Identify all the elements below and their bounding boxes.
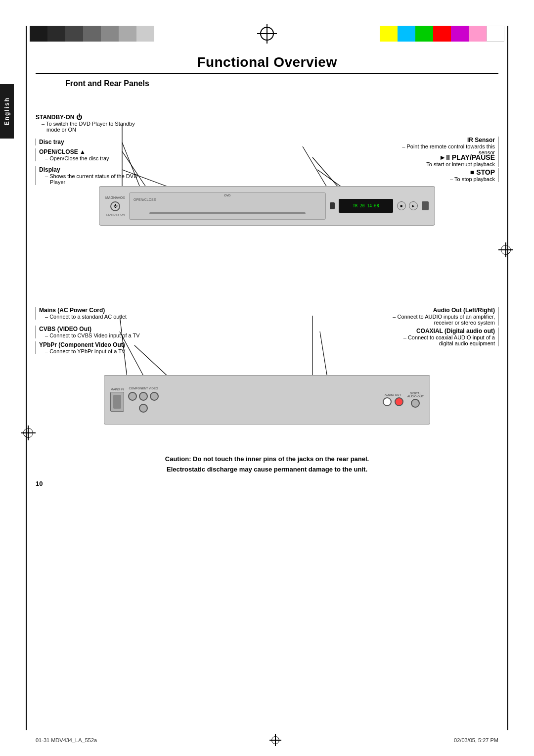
coaxial-desc2: digital audio equipment <box>403 340 495 346</box>
page-title: Functional Overview <box>36 54 498 70</box>
ir-sensor-label: IR Sensor – Point the remote control tow… <box>402 137 498 155</box>
port-pb <box>139 392 148 401</box>
color-block-4 <box>83 26 101 42</box>
disc-tray-bold: Disc tray <box>39 139 64 145</box>
display-desc2: Player <box>50 179 137 185</box>
play-pause-desc: – To start or interrupt playback <box>422 161 495 167</box>
section-header: Front and Rear Panels <box>65 79 498 88</box>
dvd-play-btn: ► <box>409 201 418 210</box>
dvd-open-close-label: OPEN/CLOSE <box>134 198 156 201</box>
svg-line-11 <box>320 331 327 378</box>
color-block-3 <box>65 26 83 42</box>
ypbpr-desc: – Connect to YPbPr input of a TV <box>45 348 125 354</box>
dvd-display-screen: TR 20 14:08 <box>339 199 393 213</box>
color-block-2 <box>47 26 65 42</box>
right-color-blocks <box>380 26 504 42</box>
footer: 01-31 MDV434_LA_552a 02/03/05, 5:27 PM <box>36 734 498 746</box>
front-panel-diagram: STANDBY-ON ⏻ – To switch the DVD Player … <box>36 93 498 261</box>
main-content: Functional Overview English Front and Re… <box>36 54 498 720</box>
cvbs-desc: – Connect to CVBS Video input of a TV <box>45 332 140 338</box>
audio-out-bold: Audio Out (Left/Right) <box>393 307 495 314</box>
dvd-display-text: TR 20 14:08 <box>353 204 379 208</box>
standby-bold: STANDBY-ON ⏻ <box>36 114 135 121</box>
dvd-buttons: ■ ► <box>397 201 418 210</box>
border-right <box>507 26 508 730</box>
color-block-1 <box>30 26 47 42</box>
dvd-ir-sensor <box>330 202 335 209</box>
title-rule <box>36 73 498 74</box>
standby-desc1: – To switch the DVD Player to Standby <box>42 121 135 127</box>
dvd-standby-btn: ⏻ <box>110 201 120 211</box>
play-pause-bold: ►II PLAY/PAUSE <box>422 153 495 161</box>
open-close-label: OPEN/CLOSE ▲ – Open/Close the disc tray <box>36 148 109 161</box>
audio-out-desc1: – Connect to AUDIO inputs of an amplifie… <box>393 314 495 320</box>
panel-spacer <box>36 266 498 291</box>
english-tab: English <box>0 84 14 139</box>
right-crosshair <box>498 242 513 257</box>
dvd-player-illustration: MAGNAVOX ⏻ STANDBY-ON DVD OPEN/CLOSE TR … <box>99 186 435 226</box>
svg-line-4 <box>303 146 330 192</box>
top-bar-crosshair-area <box>154 24 380 44</box>
audio-out-ports: AUDIO OUT <box>383 393 403 406</box>
color-block-r4 <box>433 26 451 42</box>
footer-crosshair <box>269 734 281 746</box>
audio-out-desc2: receiver or stereo system <box>393 320 495 326</box>
cvbs-bold: CVBS (VIDEO Out) <box>39 326 140 332</box>
mains-connector <box>110 392 124 412</box>
caution-line1: Caution: Do not touch the inner pins of … <box>165 455 369 463</box>
left-crosshair <box>21 425 36 440</box>
port-cvbs <box>139 404 148 413</box>
rear-panel-illustration: MAINS IN COMPONENT VIDEO <box>104 375 430 425</box>
mains-label: Mains (AC Power Cord) – Connect to a sta… <box>36 307 127 320</box>
ypbpr-bold: YPbPr (Component Video Out) <box>39 341 125 348</box>
open-close-bold: OPEN/CLOSE ▲ <box>39 148 109 155</box>
dvd-remote-sensor <box>422 201 429 210</box>
footer-center-area <box>269 734 281 746</box>
cvbs-label: CVBS (VIDEO Out) – Connect to CVBS Video… <box>36 326 140 338</box>
stop-desc: – To stop playback <box>450 176 495 182</box>
dvd-stop-btn: ■ <box>397 201 406 210</box>
audio-out-label: Audio Out (Left/Right) – Connect to AUDI… <box>393 307 498 326</box>
rear-panel-diagram: Mains (AC Power Cord) – Connect to a sta… <box>36 291 498 449</box>
coaxial-desc1: – Connect to coaxial AUDIO input of a <box>403 334 495 340</box>
page-number: 10 <box>36 480 498 487</box>
color-block-r2 <box>398 26 415 42</box>
play-pause-label: ►II PLAY/PAUSE – To start or interrupt p… <box>422 153 498 167</box>
coaxial-label: COAXIAL (Digital audio out) – Connect to… <box>403 328 498 346</box>
footer-left: 01-31 MDV434_LA_552a <box>36 737 97 743</box>
ir-sensor-bold: IR Sensor <box>402 137 495 143</box>
port-y <box>128 392 137 401</box>
port-audio-r <box>383 397 392 406</box>
mains-desc: – Connect to a standard AC outlet <box>45 314 127 320</box>
footer-right: 02/03/05, 5:27 PM <box>454 737 498 743</box>
top-color-bar <box>0 26 534 42</box>
mains-port: MAINS IN <box>110 388 124 412</box>
port-audio-l <box>395 397 403 406</box>
dvd-slot <box>149 212 306 214</box>
coaxial-bold: COAXIAL (Digital audio out) <box>403 328 495 334</box>
border-left <box>26 26 27 730</box>
standby-label: STANDBY-ON ⏻ – To switch the DVD Player … <box>36 114 135 133</box>
color-block-r1 <box>380 26 398 42</box>
svg-line-9 <box>134 345 169 378</box>
display-bold: Display <box>39 166 137 173</box>
standby-desc2: mode or ON <box>46 127 135 133</box>
color-block-r5 <box>451 26 469 42</box>
left-crosshair-circle <box>23 428 33 438</box>
english-tab-label: English <box>3 97 10 125</box>
color-block-5 <box>101 26 119 42</box>
open-close-desc: – Open/Close the disc tray <box>45 155 109 161</box>
left-color-blocks <box>30 26 154 42</box>
display-desc1: – Shows the current status of the DVD <box>45 173 137 179</box>
right-crosshair-circle <box>501 245 511 255</box>
port-coaxial <box>411 399 420 408</box>
coaxial-port: DIGITALAUDIO OUT <box>407 392 424 408</box>
color-block-7 <box>136 26 154 42</box>
ypbpr-label: YPbPr (Component Video Out) – Connect to… <box>36 341 125 354</box>
component-video-ports: COMPONENT VIDEO <box>128 387 159 413</box>
caution-line2: Electrostatic discharge may cause perman… <box>167 466 367 473</box>
crosshair-circle <box>260 27 274 41</box>
footer-crosshair-circle <box>271 736 279 744</box>
stop-bold: ■ STOP <box>450 168 495 176</box>
color-block-6 <box>119 26 136 42</box>
